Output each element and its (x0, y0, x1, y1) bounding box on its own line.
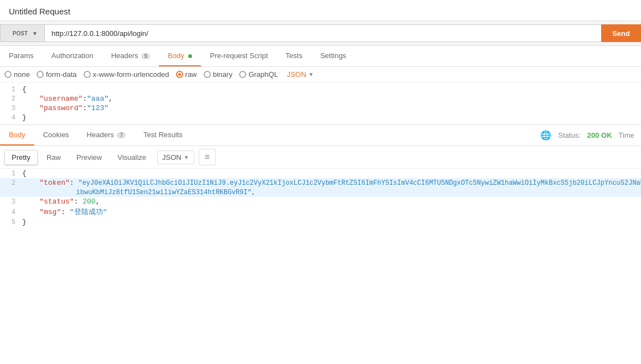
response-tabs-bar: Body Cookies Headers 7 Test Results 🌐 St… (0, 125, 641, 146)
radio-graphql[interactable]: GraphQL (239, 70, 278, 79)
tab-body[interactable]: Body (159, 46, 201, 66)
response-tab-headers[interactable]: Headers 7 (78, 125, 135, 145)
response-body[interactable]: 1 { 2 "token": "eyJ0eXAiOiJKV1QiLCJhbGci… (0, 169, 641, 364)
tab-params[interactable]: Params (0, 46, 43, 66)
radio-graphql-dot (239, 71, 246, 78)
req-line-2: 2 "username":"aaa", (0, 94, 641, 103)
radio-none[interactable]: none (4, 70, 30, 79)
radio-binary-dot (204, 71, 211, 78)
response-format-bar: Pretty Raw Preview Visualize JSON ▼ ≡ (0, 146, 641, 169)
radio-form-data-dot (37, 71, 44, 78)
request-tabs: Params Authorization Headers 9 Body Pre-… (0, 46, 641, 67)
req-line-1: 1 { (0, 85, 641, 94)
body-format-arrow: ▼ (308, 71, 314, 77)
response-format-dropdown[interactable]: JSON ▼ (157, 150, 194, 164)
radio-urlencoded-dot (84, 71, 91, 78)
radio-raw[interactable]: raw (176, 70, 197, 79)
body-options: none form-data x-www-form-urlencoded raw… (0, 67, 641, 82)
request-code-editor[interactable]: 1 { 2 "username":"aaa", 3 "password":"12… (0, 82, 641, 125)
fmt-btn-preview[interactable]: Preview (70, 150, 108, 164)
wrap-icon[interactable]: ≡ (199, 149, 216, 165)
fmt-btn-raw[interactable]: Raw (40, 150, 68, 164)
response-format-label: JSON (162, 153, 182, 162)
radio-none-dot (4, 71, 12, 78)
status-value: 200 OK (587, 131, 612, 139)
method-dropdown-arrow: ▼ (32, 30, 38, 37)
resp-line-5: 5 } (0, 217, 641, 227)
headers-badge: 9 (141, 53, 150, 59)
radio-raw-dot (176, 71, 183, 78)
globe-icon: 🌐 (540, 130, 551, 141)
resp-line-4: 4 "msg": "登陆成功" (0, 206, 641, 217)
resp-line-1: 1 { (0, 169, 641, 178)
tab-tests[interactable]: Tests (277, 46, 311, 66)
req-line-3: 3 "password":"123" (0, 103, 641, 113)
response-format-arrow: ▼ (184, 154, 189, 160)
radio-urlencoded[interactable]: x-www-form-urlencoded (84, 70, 169, 79)
resp-line-3: 3 "status": 200, (0, 197, 641, 206)
title-bar: Untitled Request (0, 0, 641, 21)
url-bar: POST ▼ Send (0, 21, 641, 46)
fmt-btn-visualize[interactable]: Visualize (111, 150, 153, 164)
tab-settings[interactable]: Settings (311, 46, 355, 66)
body-format-dropdown[interactable]: JSON ▼ (287, 70, 314, 79)
body-format-label: JSON (287, 70, 306, 79)
tab-headers[interactable]: Headers 9 (102, 46, 159, 66)
method-select[interactable]: POST ▼ (0, 24, 44, 42)
resp-line-2: 2 "token": "eyJ0eXAiOiJKV1QiLCJhbGciOiJI… (0, 178, 641, 188)
tab-authorization[interactable]: Authorization (43, 46, 102, 66)
fmt-btn-pretty[interactable]: Pretty (4, 150, 38, 165)
method-label: POST (13, 30, 28, 37)
tab-prerequest[interactable]: Pre-request Script (201, 46, 277, 66)
response-section: Body Cookies Headers 7 Test Results 🌐 St… (0, 125, 641, 364)
response-tab-body[interactable]: Body (0, 125, 34, 145)
response-meta: 🌐 Status: 200 OK Time (540, 130, 641, 141)
send-button[interactable]: Send (601, 24, 641, 42)
resp-line-2b: ibwuKbMiJz8tfU1Sen21wiliwYZaES314htRKBGv… (0, 188, 641, 197)
radio-form-data[interactable]: form-data (37, 70, 77, 79)
url-input[interactable] (44, 24, 602, 42)
status-label: Status: (558, 131, 580, 139)
body-dot (188, 54, 192, 58)
page-title: Untitled Request (9, 7, 632, 16)
response-tab-test-results[interactable]: Test Results (135, 125, 192, 145)
response-headers-badge: 7 (117, 132, 126, 138)
time-label: Time (619, 131, 634, 139)
radio-binary[interactable]: binary (204, 70, 232, 79)
req-line-4: 4 } (0, 113, 641, 122)
response-tab-cookies[interactable]: Cookies (34, 125, 78, 145)
